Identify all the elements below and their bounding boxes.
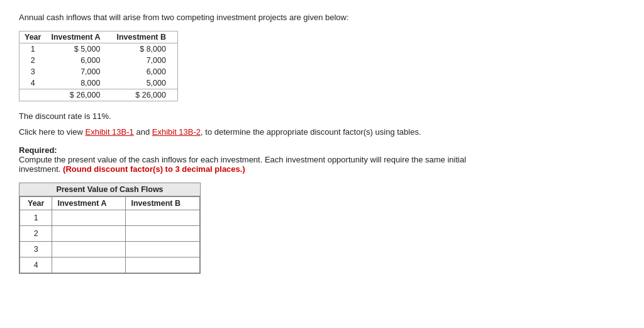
first-table-wrapper: Year Investment A Investment B 1 $ 5,000… bbox=[19, 31, 625, 101]
pv-year-3: 3 bbox=[20, 242, 52, 257]
exhibit-2-link[interactable]: Exhibit 13B-2 bbox=[152, 127, 201, 137]
pv-inv-a-4[interactable] bbox=[52, 257, 126, 273]
inv-a-4: 8,000 bbox=[46, 77, 111, 89]
pv-table-wrapper: Present Value of Cash Flows Year Investm… bbox=[19, 183, 625, 274]
pv-inv-b-1[interactable] bbox=[126, 210, 200, 226]
inv-a-2: 6,000 bbox=[46, 55, 111, 66]
total-inv-a: $ 26,000 bbox=[46, 89, 111, 101]
pv-table-row: 1 bbox=[20, 210, 200, 226]
inv-b-4: 5,000 bbox=[111, 77, 177, 89]
pv-col-inv-b: Investment B bbox=[126, 197, 200, 210]
inv-b-3: 6,000 bbox=[111, 66, 177, 77]
pv-inv-b-2[interactable] bbox=[126, 226, 200, 242]
pv-inv-a-1[interactable] bbox=[52, 210, 126, 226]
pv-inv-b-4[interactable] bbox=[126, 257, 200, 273]
click-between: and bbox=[134, 127, 152, 137]
intro-text: Annual cash inflows that will arise from… bbox=[19, 13, 625, 22]
required-bold: (Round discount factor(s) to 3 decimal p… bbox=[63, 164, 245, 174]
pv-table-row: 4 bbox=[20, 257, 200, 273]
pv-col-year: Year bbox=[20, 197, 52, 210]
discount-text: The discount rate is 11%. bbox=[19, 111, 625, 121]
pv-year-4: 4 bbox=[20, 257, 52, 273]
pv-table-header: Present Value of Cash Flows bbox=[19, 183, 200, 196]
year-3: 3 bbox=[19, 66, 47, 77]
pv-year-2: 2 bbox=[20, 226, 52, 242]
required-body-1: Compute the present value of the cash in… bbox=[19, 155, 466, 164]
pv-col-inv-a: Investment A bbox=[52, 197, 126, 210]
exhibit-1-link[interactable]: Exhibit 13B-1 bbox=[85, 127, 133, 137]
total-inv-b: $ 26,000 bbox=[111, 89, 177, 101]
click-before: Click here to view bbox=[19, 127, 85, 137]
pv-table-row: 3 bbox=[20, 242, 200, 257]
pv-inv-a-3[interactable] bbox=[52, 242, 126, 257]
required-paragraph: Required: Compute the present value of t… bbox=[19, 145, 625, 174]
required-label: Required: bbox=[19, 145, 57, 155]
year-2: 2 bbox=[19, 55, 47, 66]
year-1: 1 bbox=[19, 43, 47, 55]
col-header-year: Year bbox=[19, 31, 47, 43]
pv-table-row: 2 bbox=[20, 226, 200, 242]
col-header-inv-a: Investment A bbox=[46, 31, 111, 43]
pv-table: Year Investment A Investment B 1 2 3 bbox=[19, 196, 200, 273]
pv-year-1: 1 bbox=[20, 210, 52, 226]
col-header-inv-b: Investment B bbox=[111, 31, 177, 43]
click-text: Click here to view Exhibit 13B-1 and Exh… bbox=[19, 127, 625, 137]
table-row: 4 8,000 5,000 bbox=[19, 77, 178, 89]
table-row: 3 7,000 6,000 bbox=[19, 66, 178, 77]
total-label bbox=[19, 89, 47, 101]
click-after: , to determine the appropriate discount … bbox=[201, 127, 421, 137]
inv-b-2: 7,000 bbox=[111, 55, 177, 66]
cash-flows-table: Year Investment A Investment B 1 $ 5,000… bbox=[19, 31, 178, 101]
required-section: Required: Compute the present value of t… bbox=[19, 145, 625, 174]
inv-b-1: $ 8,000 bbox=[111, 43, 177, 55]
pv-outer-border: Present Value of Cash Flows Year Investm… bbox=[19, 183, 201, 274]
required-body-2: investment. bbox=[19, 164, 63, 174]
total-row: $ 26,000 $ 26,000 bbox=[19, 89, 178, 101]
inv-a-1: $ 5,000 bbox=[46, 43, 111, 55]
pv-inv-a-2[interactable] bbox=[52, 226, 126, 242]
pv-inv-b-3[interactable] bbox=[126, 242, 200, 257]
table-row: 1 $ 5,000 $ 8,000 bbox=[19, 43, 178, 55]
table-row: 2 6,000 7,000 bbox=[19, 55, 178, 66]
inv-a-3: 7,000 bbox=[46, 66, 111, 77]
year-4: 4 bbox=[19, 77, 47, 89]
